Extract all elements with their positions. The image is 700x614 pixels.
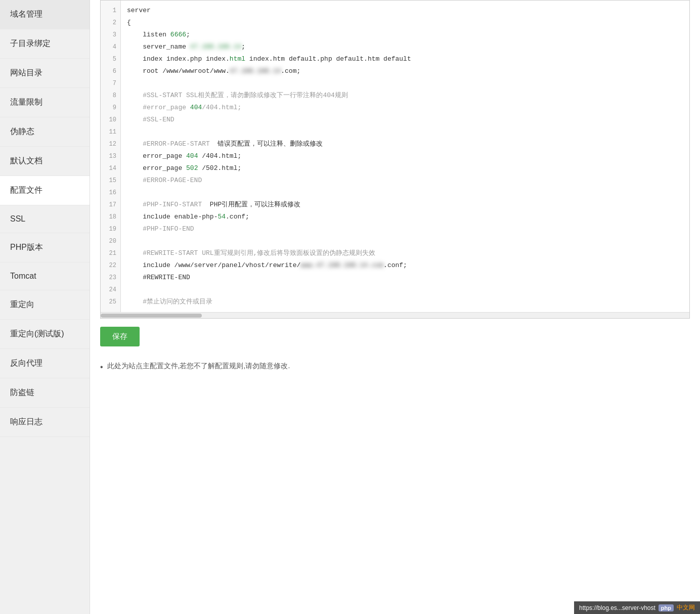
note-bullet: • xyxy=(100,362,103,373)
main-content: 1234567891011121314151617181920212223242… xyxy=(90,0,700,614)
sidebar-item-default-doc[interactable]: 默认文档 xyxy=(0,147,90,176)
sidebar-item-website-dir[interactable]: 网站目录 xyxy=(0,59,90,88)
sidebar: 域名管理子目录绑定网站目录流量限制伪静态默认文档配置文件SSLPHP版本Tomc… xyxy=(0,0,90,614)
bottom-bar: https://blog.es...server-vhost php 中文网 xyxy=(574,601,700,614)
line-number-24: 24 xyxy=(101,284,120,296)
code-line-3: listen 6666; xyxy=(127,29,683,41)
code-line-22: include /www/server/panel/vhost/rewrite/… xyxy=(127,259,683,272)
code-line-15: #ERROR-PAGE-END xyxy=(127,174,683,187)
line-number-15: 15 xyxy=(101,174,120,187)
sidebar-item-ssl[interactable]: SSL xyxy=(0,205,90,233)
code-line-5: index index.php index.html index.htm def… xyxy=(127,53,683,65)
line-number-22: 22 xyxy=(101,259,120,272)
sidebar-item-redirect[interactable]: 重定向 xyxy=(0,290,90,320)
code-line-8: #SSL-START SSL相关配置，请勿删除或修改下一行带注释的404规则 xyxy=(127,90,683,102)
footer-url: https://blog.es...server-vhost xyxy=(579,604,655,611)
line-number-8: 8 xyxy=(101,90,120,102)
line-number-16: 16 xyxy=(101,187,120,199)
sidebar-item-domain[interactable]: 域名管理 xyxy=(0,0,90,29)
code-editor[interactable]: 1234567891011121314151617181920212223242… xyxy=(101,1,689,312)
sidebar-item-traffic[interactable]: 流量限制 xyxy=(0,88,90,117)
code-line-21: #REWRITE-START URL重写规则引用,修改后将导致面板设置的伪静态规… xyxy=(127,247,683,259)
line-number-2: 2 xyxy=(101,17,120,29)
code-line-17: #PHP-INFO-START PHP引用配置，可以注释或修改 xyxy=(127,199,683,211)
line-number-19: 19 xyxy=(101,223,120,235)
code-line-9: #error_page 404/404.html; xyxy=(127,102,683,114)
sidebar-item-config-file[interactable]: 配置文件 xyxy=(0,176,90,205)
sidebar-item-pseudo-static[interactable]: 伪静态 xyxy=(0,117,90,147)
code-line-19: #PHP-INFO-END xyxy=(127,223,683,235)
horizontal-scrollbar[interactable] xyxy=(101,312,689,318)
code-line-12: #ERROR-PAGE-START 错误页配置，可以注释、删除或修改 xyxy=(127,138,683,150)
code-line-25: #禁止访问的文件或目录 xyxy=(127,296,683,308)
code-line-10: #SSL-END xyxy=(127,114,683,126)
save-button[interactable]: 保存 xyxy=(100,327,140,346)
code-content[interactable]: server{ listen 6666; server_name 47.100.… xyxy=(121,1,689,312)
sidebar-item-access-log[interactable]: 响应日志 xyxy=(0,408,90,437)
sidebar-item-php-version[interactable]: PHP版本 xyxy=(0,233,90,262)
code-line-23: #REWRITE-END xyxy=(127,272,683,284)
cn-badge: 中文网 xyxy=(677,603,695,612)
code-line-13: error_page 404 /404.html; xyxy=(127,150,683,162)
line-number-25: 25 xyxy=(101,296,120,308)
line-number-10: 10 xyxy=(101,114,120,126)
line-number-5: 5 xyxy=(101,53,120,65)
code-line-2: { xyxy=(127,17,683,29)
sidebar-item-reverse-proxy[interactable]: 反向代理 xyxy=(0,349,90,378)
scrollbar-thumb[interactable] xyxy=(101,314,202,318)
note-area: •此处为站点主配置文件,若您不了解配置规则,请勿随意修改. xyxy=(100,362,690,373)
sidebar-item-subdir[interactable]: 子目录绑定 xyxy=(0,29,90,59)
sidebar-item-tomcat[interactable]: Tomcat xyxy=(0,262,90,290)
line-number-3: 3 xyxy=(101,29,120,41)
code-line-20 xyxy=(127,235,683,247)
code-line-24 xyxy=(127,284,683,296)
php-badge: php xyxy=(659,604,674,611)
sidebar-item-hotlink[interactable]: 防盗链 xyxy=(0,378,90,408)
line-number-17: 17 xyxy=(101,199,120,211)
code-editor-wrapper: 1234567891011121314151617181920212223242… xyxy=(100,0,690,319)
code-line-14: error_page 502 /502.html; xyxy=(127,162,683,174)
code-line-6: root /www/wwwroot/www.47.100.100.14.com; xyxy=(127,65,683,77)
line-number-7: 7 xyxy=(101,77,120,90)
line-number-18: 18 xyxy=(101,211,120,223)
line-number-13: 13 xyxy=(101,150,120,162)
line-number-20: 20 xyxy=(101,235,120,247)
code-line-16 xyxy=(127,187,683,199)
line-number-23: 23 xyxy=(101,272,120,284)
code-line-7 xyxy=(127,77,683,90)
line-number-4: 4 xyxy=(101,41,120,53)
note-text: 此处为站点主配置文件,若您不了解配置规则,请勿随意修改. xyxy=(107,362,290,371)
line-number-6: 6 xyxy=(101,65,120,77)
code-line-1: server xyxy=(127,5,683,17)
line-numbers: 1234567891011121314151617181920212223242… xyxy=(101,1,121,312)
line-number-12: 12 xyxy=(101,138,120,150)
note-item: •此处为站点主配置文件,若您不了解配置规则,请勿随意修改. xyxy=(100,362,690,373)
line-number-9: 9 xyxy=(101,102,120,114)
line-number-11: 11 xyxy=(101,126,120,138)
code-line-11 xyxy=(127,126,683,138)
code-line-4: server_name 47.100.100.14; xyxy=(127,41,683,53)
line-number-21: 21 xyxy=(101,247,120,259)
line-number-14: 14 xyxy=(101,162,120,174)
line-number-1: 1 xyxy=(101,5,120,17)
sidebar-item-redirect-test[interactable]: 重定向(测试版) xyxy=(0,320,90,349)
code-line-18: include enable-php-54.conf; xyxy=(127,211,683,223)
